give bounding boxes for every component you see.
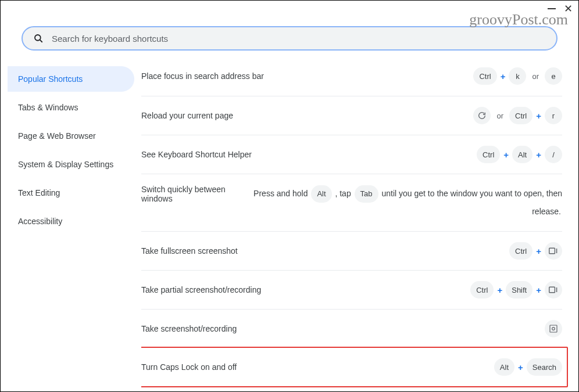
key-ctrl: Ctrl <box>473 67 496 85</box>
shortcut-row: Take screenshot/recording <box>141 309 562 348</box>
shortcut-label: Switch quickly between windows <box>141 185 240 203</box>
shortcut-row: Place focus in search address bar Ctrl +… <box>141 59 562 96</box>
shortcut-row: Take fullscreen screenshot Ctrl + <box>141 231 562 270</box>
svg-point-7 <box>552 328 555 330</box>
or-separator: or <box>496 112 503 120</box>
key-tab: Tab <box>355 185 378 203</box>
search-icon <box>33 33 44 44</box>
plus-icon: + <box>501 71 506 81</box>
shortcut-row: Take partial screenshot/recording Ctrl +… <box>141 270 562 309</box>
shortcut-row-highlighted: Turn Caps Lock on and off Alt + Search <box>141 347 568 387</box>
shortcut-label: Take fullscreen screenshot <box>141 246 238 256</box>
key-ctrl: Ctrl <box>509 107 532 124</box>
svg-rect-2 <box>549 248 555 254</box>
plus-icon: + <box>518 362 523 372</box>
shortcut-label: Reload your current page <box>141 111 233 120</box>
shortcut-label: See Keyboard Shortcut Helper <box>141 150 252 159</box>
or-separator: or <box>532 72 539 81</box>
shortcut-keys: Ctrl + Shift + <box>470 281 562 299</box>
plus-icon: + <box>503 150 509 160</box>
key-e: e <box>545 67 562 85</box>
plus-icon: + <box>536 150 541 160</box>
plus-icon: + <box>497 285 502 295</box>
shortcut-row: See Keyboard Shortcut Helper Ctrl + Alt … <box>141 135 562 174</box>
plus-icon: + <box>536 285 541 295</box>
sidebar-item-system-display-settings[interactable]: System & Display Settings <box>8 152 134 177</box>
shortcut-keys <box>545 320 562 337</box>
minimize-button[interactable] <box>548 8 556 9</box>
shortcut-keys: Alt + Search <box>494 358 562 376</box>
key-alt: Alt <box>512 146 532 163</box>
shortcut-row: Switch quickly between windows Press and… <box>141 174 562 231</box>
svg-point-0 <box>35 35 41 41</box>
shortcut-row: Reload your current page or Ctrl + r <box>141 96 562 135</box>
shortcut-keys: or Ctrl + r <box>473 107 562 124</box>
search-bar[interactable] <box>22 26 557 51</box>
shortcut-description: Press and hold Alt , tap Tab until you g… <box>248 185 562 221</box>
key-search: Search <box>527 358 562 376</box>
sidebar-item-tabs-windows[interactable]: Tabs & Windows <box>8 95 134 120</box>
key-ctrl: Ctrl <box>470 281 494 299</box>
window-titlebar: ✕ <box>1 1 578 17</box>
key-r: r <box>545 107 562 124</box>
shortcut-label: Take partial screenshot/recording <box>141 285 261 294</box>
shortcut-label: Take screenshot/recording <box>141 324 237 333</box>
overview-icon <box>545 242 562 260</box>
shortcut-keys: Ctrl + <box>509 242 562 260</box>
key-slash: / <box>545 146 562 163</box>
sidebar-item-accessibility[interactable]: Accessibility <box>8 208 134 234</box>
key-ctrl: Ctrl <box>509 242 532 260</box>
key-shift: Shift <box>506 281 532 299</box>
search-input[interactable] <box>52 34 546 44</box>
shortcut-keys: Ctrl + k or e <box>473 67 562 85</box>
close-button[interactable]: ✕ <box>564 3 573 14</box>
plus-icon: + <box>536 111 541 121</box>
key-alt: Alt <box>311 185 331 203</box>
overview-icon <box>545 281 562 299</box>
screenshot-icon <box>545 320 562 337</box>
shortcut-label: Place focus in search address bar <box>141 71 264 81</box>
key-k: k <box>509 67 526 85</box>
sidebar-item-text-editing[interactable]: Text Editing <box>8 180 134 206</box>
svg-line-1 <box>40 39 42 42</box>
svg-rect-4 <box>549 287 555 293</box>
plus-icon: + <box>536 246 541 256</box>
reload-icon <box>473 107 491 124</box>
sidebar-item-page-web-browser[interactable]: Page & Web Browser <box>8 123 134 149</box>
shortcut-list: Place focus in search address bar Ctrl +… <box>141 59 578 391</box>
key-alt: Alt <box>494 358 514 376</box>
shortcut-label: Turn Caps Lock on and off <box>141 362 237 372</box>
sidebar-item-popular-shortcuts[interactable]: Popular Shortcuts <box>8 66 134 92</box>
shortcut-keys: Ctrl + Alt + / <box>477 146 562 163</box>
sidebar: Popular Shortcuts Tabs & Windows Page & … <box>1 59 141 391</box>
key-ctrl: Ctrl <box>477 146 500 163</box>
svg-rect-6 <box>550 325 557 332</box>
